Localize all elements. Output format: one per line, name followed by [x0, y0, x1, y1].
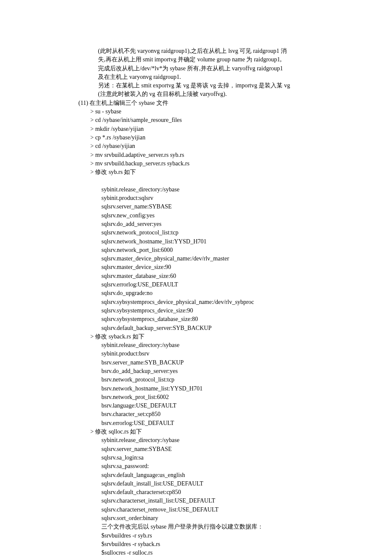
document-page: (此时从机不先 varyonvg raidgroup1),之后在从机上 lsvg…: [0, 0, 392, 555]
text-line: sybinit.release_directory:/sybase: [34, 436, 358, 445]
text-line: sqlsrv.sort_order:binary: [34, 514, 358, 523]
text-line: > mkdir /sybase/yijian: [34, 125, 358, 133]
text-line: sqlsrv.characterset_remove_list:USE_DEFA…: [34, 506, 358, 514]
text-line: sqlsrv.master_database_size:60: [34, 272, 358, 280]
text-line: sqlsrv.server_name:SYBASE: [34, 202, 358, 211]
text-line: > 修改 syb.rs 如下: [34, 168, 358, 176]
text-line: sybinit.product:sqlsrv: [34, 194, 358, 202]
text-line: bsrv.network_hostname_list:YYSD_H701: [34, 384, 358, 393]
text-line: > cd /sybase/init/sample_resoure_files: [34, 116, 358, 124]
text-line: 失,再在从机上用 smit importvg 并确定 volume group …: [34, 55, 358, 64]
text-line: 完成后改从机上/dev/*lv*为 sybase 所有,并在从机上 varyof…: [34, 64, 358, 73]
text-line: > cp *.rs /sybase/yijian: [34, 133, 358, 142]
text-line: sqlsrv.default_install_list:USE_DEFAULT: [34, 480, 358, 488]
text-line: > mv srvbuild.adaptive_server.rs syb.rs: [34, 151, 358, 159]
text-line: bsrv.network_prot_list:6002: [34, 393, 358, 402]
document-body: (此时从机不先 varyonvg raidgroup1),之后在从机上 lsvg…: [34, 47, 358, 555]
text-line: $srvbuildres -r syb.rs: [34, 532, 358, 540]
text-line: sqlsrv.sybsystemprocs_device_size:90: [34, 306, 358, 315]
text-line: sqlsrv.sa_password:: [34, 462, 358, 471]
text-line: bsrv.network_protocol_list:tcp: [34, 376, 358, 384]
text-line: (11) 在主机上编辑三个 sybase 文件: [34, 99, 358, 107]
text-line: sqlsrv.default_language:us_english: [34, 471, 358, 480]
text-line: sybinit.product:bsrv: [34, 350, 358, 358]
text-line: sqlsrv.default_backup_server:SYB_BACKUP: [34, 324, 358, 332]
text-line: (注意此时被装入的 vg 在目标机上须被 varyoffvg).: [34, 90, 358, 98]
text-line: bsrv.language:USE_DEFAULT: [34, 402, 358, 410]
text-line: bsrv.server_name:SYB_BACKUP: [34, 358, 358, 367]
text-line: sqlsrv.do_add_server:yes: [34, 220, 358, 228]
text-line: sybinit.release_directory:/sybase: [34, 185, 358, 194]
text-line: sqlsrv.sybsystemprocs_device_physical_na…: [34, 298, 358, 306]
text-line: bsrv.do_add_backup_server:yes: [34, 367, 358, 376]
text-line: sqlsrv.network_protocol_list:tcp: [34, 228, 358, 237]
text-line: sqlsrv.default_characterset:cp850: [34, 488, 358, 497]
text-line: sqlsrv.sa_login:sa: [34, 454, 358, 462]
text-line: sqlsrv.master_device_size:90: [34, 263, 358, 272]
text-line: 另述：在某机上 smit exportvg 某 vg 是将该 vg 去掉，imp…: [34, 81, 358, 90]
text-line: sqlsrv.network_port_list:6000: [34, 246, 358, 254]
text-line: (此时从机不先 varyonvg raidgroup1),之后在从机上 lsvg…: [34, 47, 358, 55]
text-line: > cd /sybase/yijian: [34, 142, 358, 150]
text-line: > su - sybase: [34, 107, 358, 116]
text-line: bsrv.errorlog:USE_DEFAULT: [34, 419, 358, 428]
text-line: > mv srvbuild.backup_server.rs syback.rs: [34, 159, 358, 168]
text-line: sqlsrv.server_name:SYBASE: [34, 445, 358, 454]
text-line: sqlsrv.characterset_install_list:USE_DEF…: [34, 497, 358, 505]
text-line: bsrv.character_set:cp850: [34, 410, 358, 419]
text-line: sqlsrv.errorlog:USE_DEFAULT: [34, 280, 358, 289]
text-line: sqlsrv.do_upgrade:no: [34, 289, 358, 298]
text-line: $sqllocres -r sqlloc.rs: [34, 549, 358, 555]
text-line: $srvbuildres -r syback.rs: [34, 540, 358, 549]
text-line: sybinit.release_directory:/sybase: [34, 341, 358, 350]
text-line: [34, 176, 358, 185]
text-line: > 修改 syback.rs 如下: [34, 332, 358, 341]
text-line: sqlsrv.network_hostname_list:YYSD_H701: [34, 237, 358, 246]
text-line: sqlsrv.new_config:yes: [34, 211, 358, 220]
text-line: 及在主机上 varyonvg raidgroup1.: [34, 73, 358, 81]
text-line: > 修改 sqlloc.rs 如下: [34, 428, 358, 436]
text-line: sqlsrv.sybsystemprocs_database_size:80: [34, 315, 358, 324]
text-line: sqlsrv.master_device_physical_name:/dev/…: [34, 254, 358, 263]
text-line: 三个文件改完后以 sybase 用户登录并执行指令以建立数据库：: [34, 523, 358, 531]
